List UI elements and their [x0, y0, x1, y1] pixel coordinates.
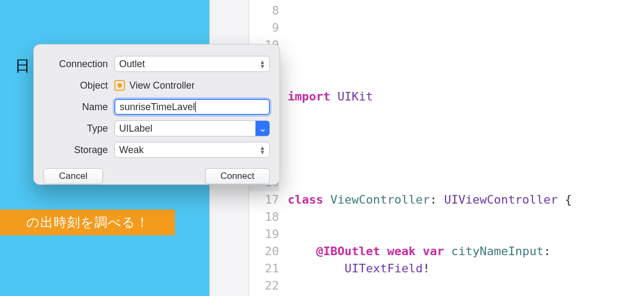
- text-caret: [195, 102, 196, 112]
- connection-row: Connection Outlet ▲▼: [43, 53, 270, 75]
- name-label: Name: [43, 102, 108, 113]
- stepper-icon: ▲▼: [255, 56, 269, 71]
- storage-row: Storage Weak ▲▼: [43, 139, 270, 161]
- name-value: sunriseTimeLavel: [120, 102, 195, 113]
- type-value: UILabel: [119, 123, 152, 134]
- line-number: 9: [249, 19, 279, 37]
- connect-button[interactable]: Connect: [205, 168, 270, 184]
- connection-value: Outlet: [119, 59, 145, 70]
- cancel-button[interactable]: Cancel: [43, 168, 103, 184]
- line-number: 8: [249, 2, 279, 19]
- line-number: 20: [249, 243, 279, 260]
- connection-label: Connection: [43, 59, 108, 70]
- connection-popover: Connection Outlet ▲▼ Object View Control…: [33, 44, 280, 185]
- code-line: [288, 140, 644, 157]
- line-number: 17: [249, 191, 279, 208]
- code-line: import UIKit: [288, 88, 644, 105]
- code-line: class ViewController: UIViewController {: [288, 191, 644, 208]
- code-body[interactable]: import UIKit class ViewController: UIVie…: [288, 0, 644, 296]
- type-row: Type UILabel ⌄: [43, 118, 270, 139]
- name-row: Name sunriseTimeLavel: [43, 96, 270, 118]
- storage-label: Storage: [43, 145, 108, 156]
- code-line: [288, 37, 644, 54]
- line-number: 21: [249, 260, 279, 277]
- storage-value: Weak: [119, 145, 144, 156]
- button-preview[interactable]: の出時刻を調べる！: [0, 210, 175, 235]
- viewcontroller-icon: [114, 80, 125, 91]
- connection-select[interactable]: Outlet ▲▼: [114, 56, 270, 72]
- line-number: 18: [249, 208, 279, 226]
- name-input[interactable]: sunriseTimeLavel: [114, 99, 270, 115]
- type-label: Type: [43, 123, 108, 134]
- popover-footer: Cancel Connect: [43, 168, 270, 184]
- line-number: 22: [249, 277, 279, 294]
- chevron-down-icon: ⌄: [255, 121, 269, 136]
- object-row: Object View Controller: [43, 75, 270, 96]
- code-editor[interactable]: 8 9 10 11 12 13 14 15 16 17 18 19 20 21 …: [249, 0, 644, 296]
- type-select[interactable]: UILabel ⌄: [114, 120, 270, 136]
- label-preview: 日: [15, 56, 30, 76]
- object-value-wrap: View Controller: [114, 80, 270, 91]
- object-label: Object: [43, 80, 108, 91]
- storage-select[interactable]: Weak ▲▼: [114, 142, 270, 158]
- line-number: 19: [249, 226, 279, 243]
- object-value: View Controller: [129, 80, 195, 91]
- stepper-icon: ▲▼: [255, 142, 269, 157]
- code-line: @IBOutlet weak var cityNameInput: UIText…: [288, 243, 644, 277]
